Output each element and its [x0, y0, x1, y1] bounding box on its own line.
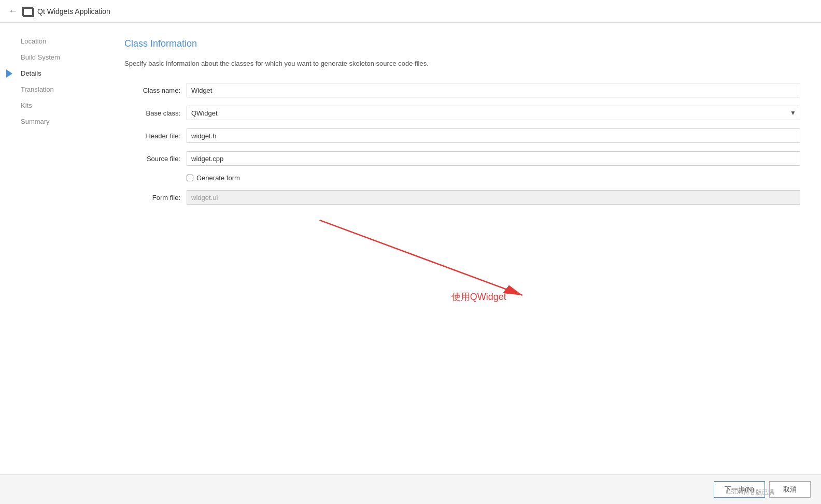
main-area: Location Build System Details Translatio… [0, 23, 821, 474]
form-file-label: Form file: [124, 194, 187, 201]
form-file-input [187, 190, 800, 205]
sidebar-item-build-system[interactable]: Build System [0, 49, 104, 65]
generate-form-checkbox[interactable] [187, 175, 193, 181]
section-title: Class Information [124, 38, 800, 49]
app-icon [22, 7, 33, 16]
sidebar-item-kits[interactable]: Kits [0, 97, 104, 113]
sidebar-item-translation[interactable]: Translation [0, 81, 104, 97]
back-button[interactable]: ← [8, 6, 18, 17]
svg-rect-0 [23, 8, 34, 17]
base-class-select-wrapper: QWidget QMainWindow QDialog ▼ [187, 106, 800, 120]
watermark-text: CSDN博客版已满 [726, 488, 774, 497]
header-file-input[interactable] [187, 128, 800, 143]
generate-form-label[interactable]: Generate form [196, 174, 240, 182]
source-file-row: Source file: [124, 151, 800, 166]
base-class-select[interactable]: QWidget QMainWindow QDialog [187, 106, 800, 120]
header-file-row: Header file: [124, 128, 800, 143]
class-name-input[interactable] [187, 83, 800, 97]
header-file-label: Header file: [124, 132, 187, 140]
source-file-input[interactable] [187, 151, 800, 166]
base-class-label: Base class: [124, 109, 187, 117]
svg-line-2 [320, 220, 522, 295]
sidebar-item-summary[interactable]: Summary [0, 113, 104, 129]
class-name-label: Class name: [124, 87, 187, 94]
sidebar-item-details[interactable]: Details [0, 65, 104, 81]
annotation-arrow-svg [124, 215, 800, 319]
bottom-bar: 下一步(N) 取消 CSDN博客版已满 [0, 474, 821, 504]
sidebar: Location Build System Details Translatio… [0, 23, 104, 474]
generate-form-row: Generate form [124, 174, 800, 182]
sidebar-item-location[interactable]: Location [0, 33, 104, 49]
cancel-button[interactable]: 取消 [769, 481, 811, 498]
app-title: Qt Widgets Application [37, 7, 110, 16]
source-file-label: Source file: [124, 155, 187, 163]
form-file-row: Form file: [124, 190, 800, 205]
description-text: Specify basic information about the clas… [124, 60, 800, 67]
base-class-row: Base class: QWidget QMainWindow QDialog … [124, 106, 800, 120]
content-area: Class Information Specify basic informat… [104, 23, 821, 474]
annotation-text: 使用QWidget [451, 291, 506, 303]
annotation-area: 使用QWidget [124, 215, 800, 319]
title-bar: ← Qt Widgets Application [0, 0, 821, 23]
class-name-row: Class name: [124, 83, 800, 97]
